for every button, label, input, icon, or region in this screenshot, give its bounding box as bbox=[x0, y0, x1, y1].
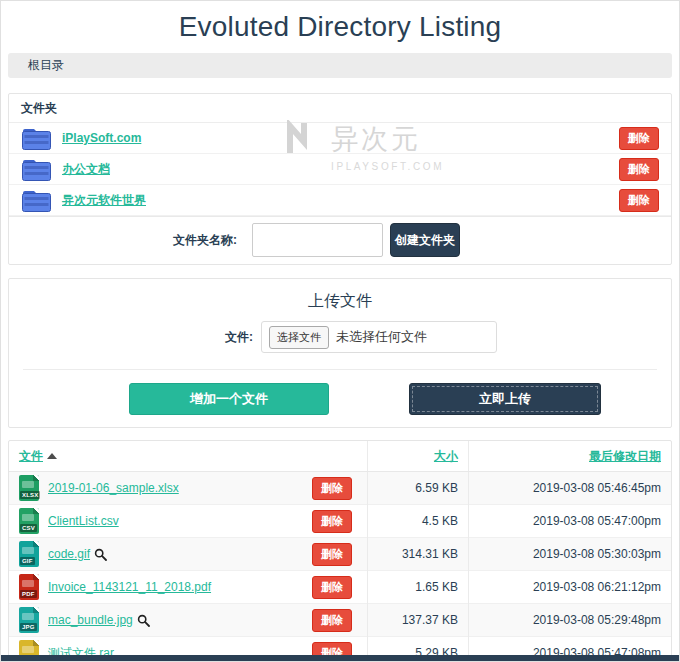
file-link[interactable]: Invoice_1143121_11_2018.pdf bbox=[48, 580, 211, 594]
file-size: 314.31 KB bbox=[368, 538, 469, 571]
folder-icon bbox=[21, 188, 52, 213]
upload-title: 上传文件 bbox=[9, 291, 671, 312]
upload-now-button[interactable]: 立即上传 bbox=[409, 383, 601, 415]
file-row: PDF Invoice_1143121_11_2018.pdf 删除 1.65 … bbox=[9, 571, 671, 604]
delete-file-button[interactable]: 删除 bbox=[312, 477, 352, 500]
delete-file-button[interactable]: 删除 bbox=[312, 543, 352, 566]
file-input[interactable]: 选择文件 未选择任何文件 bbox=[261, 321, 497, 353]
footer-bar bbox=[0, 655, 680, 662]
sort-by-size-link[interactable]: 大小 bbox=[434, 449, 458, 463]
folder-row: 办公文档 删除 bbox=[9, 154, 671, 185]
file-size: 4.5 KB bbox=[368, 505, 469, 538]
file-type-icon: CSV bbox=[19, 508, 39, 534]
upload-buttons-row: 增加一个文件 立即上传 bbox=[9, 383, 671, 415]
folder-link[interactable]: 办公文档 bbox=[62, 161, 110, 178]
file-size: 137.37 KB bbox=[368, 604, 469, 637]
create-folder-form: 文件夹名称: 创建文件夹 bbox=[9, 216, 671, 264]
file-row: JPG mac_bundle.jpg 删除 137.37 KB 2019-03-… bbox=[9, 604, 671, 637]
file-type-icon: GIF bbox=[19, 541, 39, 567]
folder-row: iPlaySoft.com 删除 bbox=[9, 123, 671, 154]
page-title: Evoluted Directory Listing bbox=[8, 11, 672, 43]
delete-folder-button[interactable]: 删除 bbox=[619, 189, 659, 212]
file-modified: 2019-03-08 05:30:03pm bbox=[468, 538, 671, 571]
folders-section-label: 文件夹 bbox=[9, 94, 671, 123]
upload-divider bbox=[23, 369, 657, 370]
no-file-chosen-text: 未选择任何文件 bbox=[336, 328, 427, 346]
files-card: 文件 大小 最后修改日期 XLSX 2019-01-06_sample.xlsx bbox=[8, 440, 672, 662]
file-modified: 2019-03-08 05:47:00pm bbox=[468, 505, 671, 538]
file-link[interactable]: ClientList.csv bbox=[48, 514, 119, 528]
delete-folder-button[interactable]: 删除 bbox=[619, 158, 659, 181]
delete-file-button[interactable]: 删除 bbox=[312, 609, 352, 632]
upload-file-row: 文件: 选择文件 未选择任何文件 bbox=[9, 321, 671, 353]
folder-link[interactable]: 异次元软件世界 bbox=[62, 192, 146, 209]
file-modified: 2019-03-08 06:21:12pm bbox=[468, 571, 671, 604]
sort-asc-icon bbox=[47, 453, 57, 459]
file-row: XLSX 2019-01-06_sample.xlsx 删除 6.59 KB 2… bbox=[9, 472, 671, 505]
file-link[interactable]: mac_bundle.jpg bbox=[48, 613, 133, 627]
file-type-icon: PDF bbox=[19, 574, 39, 600]
folder-name-input[interactable] bbox=[252, 223, 383, 257]
sort-by-date-link[interactable]: 最后修改日期 bbox=[589, 449, 661, 463]
file-link[interactable]: 2019-01-06_sample.xlsx bbox=[48, 481, 179, 495]
file-modified: 2019-03-08 05:46:45pm bbox=[468, 472, 671, 505]
file-ext-label: GIF bbox=[20, 557, 35, 565]
create-folder-button[interactable]: 创建文件夹 bbox=[390, 223, 460, 257]
preview-magnifier-icon[interactable] bbox=[94, 548, 107, 561]
file-modified: 2019-03-08 05:29:48pm bbox=[468, 604, 671, 637]
folder-link[interactable]: iPlaySoft.com bbox=[62, 131, 141, 145]
file-row: CSV ClientList.csv 删除 4.5 KB 2019-03-08 … bbox=[9, 505, 671, 538]
file-size: 6.59 KB bbox=[368, 472, 469, 505]
folder-name-label: 文件夹名称: bbox=[9, 232, 252, 249]
sort-by-name-link[interactable]: 文件 bbox=[19, 449, 43, 463]
folder-row: 异次元软件世界 删除 bbox=[9, 185, 671, 216]
preview-magnifier-icon[interactable] bbox=[137, 614, 150, 627]
file-ext-label: PDF bbox=[20, 590, 37, 598]
file-ext-label: CSV bbox=[20, 524, 37, 532]
files-table: 文件 大小 最后修改日期 XLSX 2019-01-06_sample.xlsx bbox=[9, 441, 671, 662]
file-ext-label: XLSX bbox=[20, 491, 40, 499]
folder-icon bbox=[21, 126, 52, 151]
file-type-icon: XLSX bbox=[19, 475, 39, 501]
delete-folder-button[interactable]: 删除 bbox=[619, 127, 659, 150]
file-ext-label: JPG bbox=[20, 623, 37, 631]
file-link[interactable]: code.gif bbox=[48, 547, 90, 561]
upload-card: 上传文件 文件: 选择文件 未选择任何文件 增加一个文件 立即上传 bbox=[8, 278, 672, 428]
file-label: 文件: bbox=[9, 329, 261, 346]
delete-file-button[interactable]: 删除 bbox=[312, 576, 352, 599]
file-type-icon: JPG bbox=[19, 607, 39, 633]
folder-list: iPlaySoft.com 删除 办公文档 删除 异次元软件世界 删除 bbox=[9, 123, 671, 216]
files-header-row: 文件 大小 最后修改日期 bbox=[9, 441, 671, 472]
delete-file-button[interactable]: 删除 bbox=[312, 510, 352, 533]
file-size: 1.65 KB bbox=[368, 571, 469, 604]
breadcrumb: 根目录 bbox=[8, 53, 672, 78]
add-file-button[interactable]: 增加一个文件 bbox=[129, 383, 329, 415]
folder-icon bbox=[21, 157, 52, 182]
choose-file-button[interactable]: 选择文件 bbox=[269, 326, 329, 349]
folders-card: 文件夹 iPlaySoft.com 删除 办公文档 删除 bbox=[8, 93, 672, 265]
file-row: GIF code.gif 删除 314.31 KB 2019-03-08 05:… bbox=[9, 538, 671, 571]
